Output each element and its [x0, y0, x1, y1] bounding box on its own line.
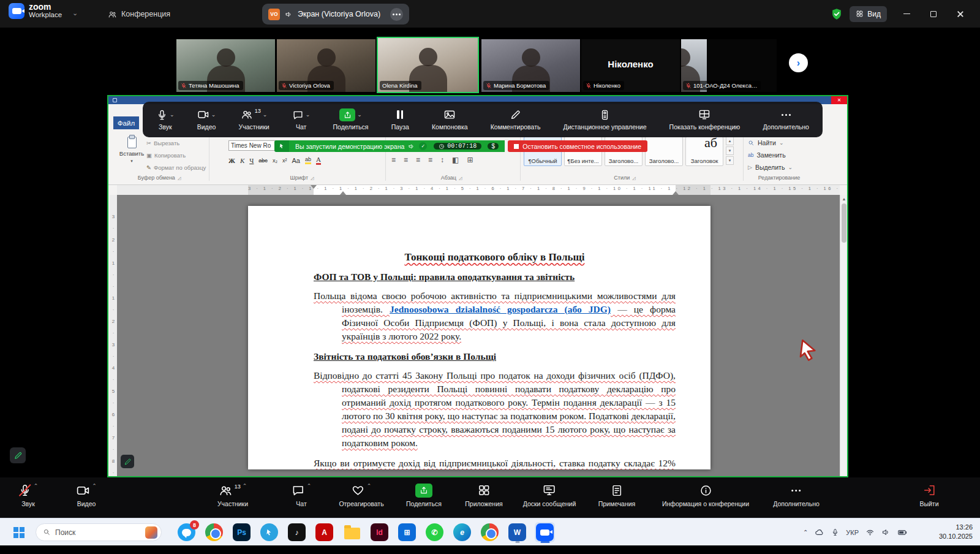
- file-tab[interactable]: Файл: [113, 116, 139, 129]
- tab-more-button[interactable]: [390, 8, 403, 21]
- react-button[interactable]: ⌃ Отреагировать: [339, 483, 383, 507]
- participant-tile-active-speaker[interactable]: Olena Kirdina: [377, 37, 479, 93]
- photoshop-app-icon[interactable]: Ps: [232, 522, 252, 542]
- dialog-launcher-icon[interactable]: ◿: [459, 176, 462, 180]
- tab-shared-screen[interactable]: VO Экран (Victoriya Orlova): [262, 4, 409, 25]
- share-button[interactable]: ⌄ Поделиться: [333, 108, 369, 131]
- participant-tile-video-off[interactable]: Ніколенко Ніколенко: [581, 39, 680, 92]
- view-button[interactable]: Вид: [850, 6, 887, 22]
- chevron-up-icon[interactable]: ⌃: [367, 483, 372, 489]
- share-button[interactable]: Поделиться: [406, 483, 442, 507]
- minimize-button[interactable]: [893, 0, 920, 28]
- messenger-app-icon[interactable]: 8: [176, 522, 197, 542]
- participants-button[interactable]: 13⌃ Участники: [217, 483, 248, 507]
- format-painter-button[interactable]: ✎ Формат по образцу: [146, 164, 208, 171]
- chevron-up-icon[interactable]: ⌃: [34, 483, 39, 489]
- borders-button[interactable]: ⊞: [467, 156, 473, 164]
- telegram-app-icon[interactable]: [259, 522, 279, 542]
- first-line-indent-marker[interactable]: [311, 185, 317, 189]
- dialog-launcher-icon[interactable]: ◿: [632, 176, 635, 180]
- security-shield-icon[interactable]: [830, 7, 843, 21]
- align-center-button[interactable]: ≡: [404, 156, 408, 164]
- bold-button[interactable]: Ж: [228, 157, 235, 164]
- start-button[interactable]: [10, 523, 28, 542]
- mic-in-use-icon[interactable]: [831, 528, 839, 536]
- shading-button[interactable]: ◧: [452, 156, 459, 164]
- next-participants-button[interactable]: ›: [789, 53, 808, 72]
- search-highlight-art[interactable]: [145, 526, 157, 539]
- dialog-launcher-icon[interactable]: ◿: [311, 176, 314, 180]
- subscript-button[interactable]: х₂: [273, 157, 277, 164]
- style-heading2[interactable]: Заголово...: [645, 137, 683, 166]
- change-case-button[interactable]: Аа: [292, 157, 300, 164]
- annotation-pencil-chip[interactable]: [121, 455, 134, 468]
- gallery-down-button[interactable]: ▾: [726, 146, 734, 155]
- chevron-up-icon[interactable]: ⌃: [307, 483, 312, 489]
- replace-button[interactable]: ab Заменить: [748, 151, 786, 159]
- chevron-down-icon[interactable]: ⌄: [170, 112, 175, 118]
- whiteboards-button[interactable]: Доски сообщений: [523, 483, 576, 507]
- banner-drag-handle[interactable]: [274, 140, 289, 152]
- chevron-down-icon[interactable]: ⌄: [357, 112, 362, 118]
- superscript-button[interactable]: х²: [282, 157, 287, 164]
- tab-meeting-home[interactable]: Конференция: [103, 6, 175, 22]
- volume-icon[interactable]: [881, 528, 891, 537]
- chevron-down-icon[interactable]: ⌄: [211, 112, 216, 118]
- document-page[interactable]: Тонкощі податкового обліку в Польщі ФОП …: [248, 206, 710, 469]
- copy-button[interactable]: ▣ Копировать: [146, 152, 208, 159]
- participant-tile[interactable]: 101-ОАО-Д24 Олекса…: [681, 39, 777, 92]
- leave-button[interactable]: Выйти: [919, 483, 938, 507]
- zoom-app-icon[interactable]: [535, 522, 555, 542]
- word-app-icon[interactable]: W: [507, 522, 527, 542]
- explorer-folder-icon[interactable]: [342, 522, 362, 542]
- layout-button[interactable]: Компоновка: [432, 108, 468, 131]
- wifi-icon[interactable]: [865, 528, 875, 537]
- whatsapp-app-icon[interactable]: ✆: [424, 522, 445, 542]
- gallery-more-button[interactable]: ▾: [726, 156, 734, 165]
- line-spacing-button[interactable]: ↕: [440, 156, 444, 164]
- cut-button[interactable]: ✂ Вырезать: [146, 140, 208, 146]
- taskbar-search[interactable]: Поиск: [36, 523, 162, 541]
- audio-button[interactable]: ⌃ Звук: [18, 483, 39, 507]
- word-close-button[interactable]: ✕: [831, 96, 847, 104]
- chevron-up-icon[interactable]: ⌃: [243, 483, 247, 489]
- audio-button[interactable]: ⌄ Звук: [156, 108, 175, 131]
- select-button[interactable]: ▷ Выделить ⌄: [748, 164, 793, 171]
- underline-button[interactable]: Ч: [249, 157, 254, 164]
- chevron-up-icon[interactable]: ⌃: [92, 483, 97, 489]
- browser-app-icon[interactable]: [480, 522, 500, 542]
- dialog-launcher-icon[interactable]: ◿: [178, 176, 181, 180]
- hyperlink-jdg[interactable]: Jednoosobowa działalność gospodarcza (аб…: [390, 304, 611, 314]
- chat-button[interactable]: ⌃ Чат: [292, 483, 312, 507]
- font-name-combobox[interactable]: Times New Ro ▾: [228, 140, 280, 151]
- show-meeting-button[interactable]: Показать конференцию: [669, 108, 741, 131]
- taskbar-clock[interactable]: 13:26 30.10.2025: [939, 523, 973, 541]
- tiktok-app-icon[interactable]: ♪: [287, 522, 307, 542]
- more-button[interactable]: Дополнительно: [773, 483, 820, 507]
- align-right-button[interactable]: ≡: [416, 156, 420, 164]
- language-indicator[interactable]: УКР: [846, 529, 859, 536]
- chevron-down-icon[interactable]: ⌄: [72, 9, 78, 17]
- video-button[interactable]: ⌄ Видео: [197, 108, 216, 131]
- apps-button[interactable]: Приложения: [465, 483, 502, 507]
- word-scrollbar[interactable]: ▲: [840, 195, 847, 476]
- notes-button[interactable]: Примечания: [598, 483, 636, 507]
- chevron-down-icon[interactable]: ⌄: [263, 112, 268, 118]
- close-button[interactable]: [947, 0, 974, 28]
- chrome-app-icon[interactable]: [204, 522, 224, 542]
- participant-tile[interactable]: Марина Бормотова: [481, 39, 580, 92]
- font-color-button[interactable]: А: [316, 156, 321, 165]
- stop-share-button[interactable]: Остановить совместное использование: [508, 140, 647, 152]
- paste-button[interactable]: Вставить ▾: [118, 137, 145, 164]
- italic-button[interactable]: К: [240, 157, 244, 164]
- edge-app-icon[interactable]: e: [452, 522, 472, 542]
- more-button[interactable]: Дополнительно: [763, 108, 809, 131]
- chevron-down-icon[interactable]: ⌄: [306, 112, 311, 118]
- meeting-info-button[interactable]: Информация о конференции: [662, 483, 749, 507]
- acrobat-app-icon[interactable]: A: [314, 522, 334, 542]
- remote-control-button[interactable]: Дистанционное управление: [564, 108, 647, 131]
- justify-button[interactable]: ≡: [428, 156, 432, 164]
- participant-tile[interactable]: Victoriya Orlova: [277, 39, 375, 92]
- annotation-tools-chip[interactable]: [10, 447, 26, 463]
- highlight-color-button[interactable]: ab: [305, 156, 311, 164]
